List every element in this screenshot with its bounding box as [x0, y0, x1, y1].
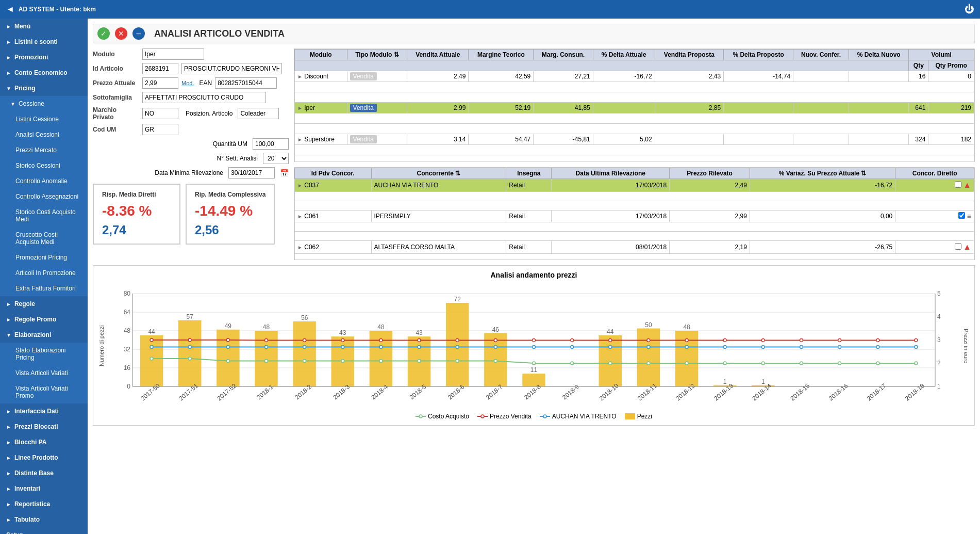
top-table-row[interactable]: ► Iper Vendita 2,99 52,19 41,85 2,85 641… — [295, 103, 974, 114]
calendar-icon[interactable]: 📅 — [280, 169, 289, 177]
svg-text:49: 49 — [225, 322, 232, 330]
data-minima-input[interactable] — [228, 167, 275, 179]
sidebar-item-regole-promo[interactable]: ►Regole Promo — [0, 312, 88, 327]
prezzo-attuale-input[interactable] — [142, 77, 178, 89]
sidebar-item-menu[interactable]: ►Menù — [0, 19, 88, 34]
cod-um-label: Cod UM — [93, 126, 139, 133]
sidebar-item-vista-articoli[interactable]: Vista Articoli Variati — [0, 365, 88, 381]
cancel-button[interactable]: ✕ — [115, 27, 127, 40]
svg-rect-17 — [140, 335, 163, 386]
conc-table-row[interactable]: ► C062 ALTASFERA CORSO MALTA Retail 08/0… — [295, 241, 974, 254]
sidebar-item-inventari[interactable]: ►Inventari — [0, 481, 88, 496]
quantita-um-input[interactable] — [253, 138, 289, 150]
conc-expand-1[interactable]: ► — [297, 214, 303, 219]
topbar-left: ◄ AD SYSTEM - Utente: bkm — [6, 5, 96, 14]
svg-point-52 — [265, 360, 268, 363]
ean-input[interactable] — [215, 77, 277, 89]
sidebar-item-linee-prodotto[interactable]: ►Linee Prodotto — [0, 450, 88, 465]
sidebar-item-elaborazioni[interactable]: ▼Elaborazioni — [0, 327, 88, 343]
th-margine-teorico: Margine Teorico — [469, 50, 534, 60]
svg-point-57 — [456, 360, 459, 363]
sidebar-item-prezzi-bloccati[interactable]: ►Prezzi Bloccati — [0, 419, 88, 434]
svg-rect-142 — [625, 413, 635, 419]
sidebar-item-pricing[interactable]: ▼Pricing — [0, 80, 88, 96]
sidebar-item-blocchi-pa[interactable]: ►Blocchi PA — [0, 434, 88, 450]
conc-checkbox-0[interactable] — [955, 181, 961, 188]
page-title: ANALISI ARTICOLO VENDITA — [154, 28, 285, 39]
risp-diretti-title: Risp. Media Diretti — [102, 191, 171, 198]
sidebar-item-stato-elaborazioni[interactable]: Stato Elaborazioni Pricing — [0, 343, 88, 365]
risp-complessiva-value: 2,56 — [195, 223, 265, 237]
sidebar-item-cruscotto-costi[interactable]: Cruscotto Costi Acquisto Medi — [0, 227, 88, 250]
sidebar-item-listini-sconti[interactable]: ►Listini e sconti — [0, 34, 88, 50]
svg-text:43: 43 — [339, 329, 346, 336]
svg-point-70 — [150, 338, 153, 342]
marchio-privato-input[interactable] — [142, 108, 178, 119]
svg-rect-19 — [178, 320, 201, 386]
sottofamiglia-input[interactable] — [142, 92, 266, 103]
expand-btn-0[interactable]: ► — [297, 74, 303, 79]
top-table-row[interactable]: ► Discount Vendita 2,49 42,59 27,21 -16,… — [295, 71, 974, 82]
sidebar-item-distinte-base[interactable]: ►Distinte Base — [0, 465, 88, 481]
sidebar-item-setup[interactable]: Setup — [0, 527, 88, 534]
svg-point-69 — [915, 362, 918, 365]
conc-table-row[interactable]: ► C061 IPERSIMPLY Retail 17/03/2018 2,99… — [295, 211, 974, 222]
sidebar-item-interfaccia-dati[interactable]: ►Interfaccia Dati — [0, 403, 88, 419]
sidebar-item-conto-economico[interactable]: ►Conto Economico — [0, 65, 88, 80]
variaz-sort-icon[interactable]: ⇅ — [861, 170, 866, 177]
sidebar-label-promozioni-pricing: Promozioni Pricing — [15, 254, 67, 261]
svg-point-65 — [761, 362, 765, 365]
expand-btn-1[interactable]: ► — [297, 105, 303, 111]
sidebar-item-articoli-promozione[interactable]: Articoli In Promozione — [0, 265, 88, 281]
th-vendita-proposta: Vendita Proposta — [655, 50, 723, 60]
sidebar-item-prezzi-mercato[interactable]: Prezzi Mercato — [0, 142, 88, 158]
conc-expand-0[interactable]: ► — [297, 183, 303, 188]
svg-point-66 — [800, 362, 803, 365]
th-volumi: Volumi — [909, 50, 974, 60]
sidebar-item-cessione[interactable]: ▼Cessione — [0, 96, 88, 111]
modulo-input[interactable] — [142, 48, 204, 60]
svg-text:2018-9: 2018-9 — [561, 383, 580, 401]
sidebar-item-analisi-cessioni[interactable]: Analisi Cessioni — [0, 127, 88, 142]
svg-point-90 — [915, 338, 918, 342]
confirm-button[interactable]: ✓ — [97, 27, 110, 40]
sidebar-item-promozioni-pricing[interactable]: Promozioni Pricing — [0, 250, 88, 265]
sidebar-item-storico-cessioni[interactable]: Storico Cessioni — [0, 158, 88, 173]
sidebar-item-reportistica[interactable]: ►Reportistica — [0, 496, 88, 512]
id-articolo-input[interactable] — [142, 63, 178, 74]
conc-checkbox-1[interactable] — [958, 212, 965, 219]
sidebar-item-regole[interactable]: ►Regole — [0, 296, 88, 312]
sidebar-item-promozioni[interactable]: ►Promozioni — [0, 50, 88, 65]
sidebar-item-vista-articoli-promo[interactable]: Vista Articoli Variati Promo — [0, 381, 88, 403]
ean-label: EAN — [199, 79, 212, 87]
sidebar-item-controllo-anomalie[interactable]: Controllo Anomalie — [0, 173, 88, 189]
conc-checkbox-2[interactable] — [955, 243, 961, 250]
svg-text:44: 44 — [148, 328, 155, 335]
conc-sort-icon[interactable]: ⇅ — [455, 170, 460, 177]
conc-table-row[interactable]: ► C037 AUCHAN VIA TRENTO Retail 17/03/20… — [295, 179, 974, 192]
sidebar-item-storico-costi[interactable]: Storico Costi Acquisto Medi — [0, 204, 88, 227]
info-button[interactable]: – — [132, 27, 145, 40]
sidebar-item-listini-cessione[interactable]: Listini Cessione — [0, 111, 88, 127]
sidebar-label-reportistica: Reportistica — [14, 500, 50, 508]
mod-link[interactable]: Mod. — [181, 80, 194, 86]
svg-point-105 — [685, 346, 688, 349]
articolo-name-input[interactable] — [181, 63, 282, 74]
sidebar-item-tabulato[interactable]: ►Tabulato — [0, 512, 88, 527]
n-sett-select[interactable]: 20 — [263, 153, 289, 164]
power-icon[interactable]: ⏻ — [965, 4, 974, 15]
posizione-input[interactable] — [238, 108, 279, 119]
svg-point-107 — [761, 346, 765, 349]
svg-point-73 — [265, 338, 268, 342]
svg-point-108 — [800, 346, 803, 349]
tipo-sort-icon[interactable]: ⇅ — [394, 51, 399, 58]
sidebar-item-controllo-assegnazioni[interactable]: Controllo Assegnazioni — [0, 189, 88, 204]
svg-rect-33 — [446, 303, 469, 386]
expand-btn-2[interactable]: ► — [297, 137, 303, 142]
conc-expand-2[interactable]: ► — [297, 245, 303, 250]
cod-um-input[interactable] — [142, 124, 178, 135]
svg-point-71 — [188, 338, 191, 342]
nav-arrow[interactable]: ◄ — [6, 5, 14, 14]
sidebar-item-extra-fattura[interactable]: Extra Fattura Fornitori — [0, 281, 88, 296]
top-table-row[interactable]: ► Superstore Vendita 3,14 54,47 -45,81 5… — [295, 134, 974, 145]
